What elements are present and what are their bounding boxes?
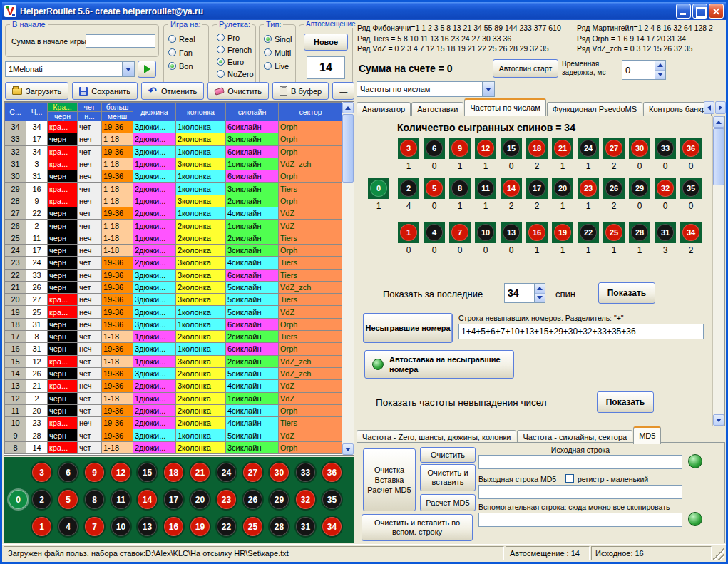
main-tab-1[interactable]: Анализатор bbox=[357, 102, 411, 116]
history-row[interactable]: 1512кра...чет1-181дюжи...3колонка2сиклай… bbox=[5, 355, 343, 367]
board-number-21[interactable]: 21 bbox=[190, 463, 210, 482]
scroll-down-icon[interactable] bbox=[713, 414, 724, 426]
history-scroll-thumb[interactable] bbox=[342, 114, 354, 183]
md5-source-action-button[interactable] bbox=[688, 454, 702, 468]
freq-number-5[interactable]: 5 bbox=[426, 180, 443, 197]
tab-scroll-left-icon[interactable] bbox=[704, 101, 714, 114]
history-row[interactable]: 1831черннеч19-363дюжи...1колонка6сиклайн… bbox=[5, 318, 343, 330]
resize-grip[interactable] bbox=[713, 546, 724, 560]
title-bar[interactable]: HelperRoullet 5.6- create helperroullet@… bbox=[2, 2, 726, 20]
freq-number-35[interactable]: 35 bbox=[682, 180, 699, 197]
scroll-up-icon[interactable] bbox=[713, 116, 724, 128]
board-number-0[interactable]: 0 bbox=[9, 490, 28, 509]
history-scrollbar[interactable] bbox=[342, 102, 354, 455]
freq-number-16[interactable]: 16 bbox=[528, 224, 545, 241]
board-number-34[interactable]: 34 bbox=[322, 517, 342, 536]
board-number-29[interactable]: 29 bbox=[270, 490, 289, 509]
toolbar-button-5[interactable]: В буфер bbox=[272, 82, 329, 100]
history-row[interactable]: 928чернчет19-363дюжи...1колонка5сиклайнV… bbox=[5, 429, 343, 441]
freq-number-14[interactable]: 14 bbox=[503, 180, 520, 197]
spinner-up-icon[interactable] bbox=[535, 284, 545, 294]
board-number-11[interactable]: 11 bbox=[111, 490, 130, 509]
board-number-6[interactable]: 6 bbox=[58, 463, 78, 482]
board-number-20[interactable]: 20 bbox=[190, 490, 210, 509]
board-number-17[interactable]: 17 bbox=[164, 490, 183, 509]
history-row[interactable]: 262чернчет1-181дюжи...2колонка1сиклайнVd… bbox=[5, 220, 343, 232]
play-button[interactable] bbox=[138, 61, 156, 78]
freq-number-22[interactable]: 22 bbox=[580, 224, 597, 241]
history-row[interactable]: 1426чернчет19-363дюжи...2колонка5сиклайн… bbox=[5, 367, 343, 379]
board-number-23[interactable]: 23 bbox=[217, 490, 236, 509]
combo-dropdown-icon[interactable] bbox=[482, 82, 494, 96]
unplayed-numbers-button[interactable]: Несыгравшие номера bbox=[363, 313, 453, 343]
toolbar-button-4[interactable]: Очистить bbox=[207, 82, 269, 100]
freq-number-32[interactable]: 32 bbox=[657, 180, 674, 197]
history-row[interactable]: 2722чернчет19-362дюжи...1колонка4сиклайн… bbox=[5, 207, 343, 220]
history-row[interactable]: 2126чернчет19-363дюжи...2колонка5сиклайн… bbox=[5, 281, 343, 293]
board-number-28[interactable]: 28 bbox=[270, 517, 289, 536]
history-row[interactable]: 1631черннеч19-363дюжи...1колонка6сиклайн… bbox=[5, 343, 343, 355]
md5-source-input[interactable] bbox=[478, 455, 682, 469]
main-tab-3[interactable]: Частоты по числам bbox=[464, 98, 545, 116]
history-row[interactable]: 3234кра...чет19-363дюжи...1колонка6сикла… bbox=[5, 145, 343, 158]
history-row[interactable]: 3317черннеч1-182дюжи...2колонка3сиклайнO… bbox=[5, 133, 343, 145]
freq-number-29[interactable]: 29 bbox=[631, 180, 648, 197]
radio-real[interactable]: Real bbox=[168, 34, 207, 44]
board-number-9[interactable]: 9 bbox=[85, 463, 104, 482]
autobet-unplayed-button[interactable]: Автоставка на несыгравшие номера bbox=[364, 350, 514, 379]
freq-number-2[interactable]: 2 bbox=[400, 180, 417, 197]
freq-number-19[interactable]: 19 bbox=[554, 224, 571, 241]
miss-frequency-show-button[interactable]: Показать bbox=[597, 391, 654, 413]
history-row[interactable]: 1120чернчет19-362дюжи...2колонка4сиклайн… bbox=[5, 404, 343, 416]
board-number-16[interactable]: 16 bbox=[164, 517, 183, 536]
main-tab-5[interactable]: Контроль банкр bbox=[643, 102, 712, 116]
start-sum-input[interactable] bbox=[86, 34, 155, 48]
history-row[interactable]: 1023кра...неч19-362дюжи...2колонка4сикла… bbox=[5, 417, 343, 429]
board-number-7[interactable]: 7 bbox=[85, 517, 104, 536]
board-number-26[interactable]: 26 bbox=[243, 490, 262, 509]
freq-number-10[interactable]: 10 bbox=[477, 224, 494, 241]
board-number-35[interactable]: 35 bbox=[322, 490, 342, 509]
freq-number-34[interactable]: 34 bbox=[682, 224, 699, 241]
freq-number-4[interactable]: 4 bbox=[426, 224, 443, 241]
autospin-start-button[interactable]: Автоспин старт bbox=[493, 59, 558, 78]
freq-number-7[interactable]: 7 bbox=[451, 224, 468, 241]
board-number-10[interactable]: 10 bbox=[111, 517, 130, 536]
history-row[interactable]: 2324чернчет19-362дюжи...3колонка4сиклайн… bbox=[5, 257, 343, 269]
freq-number-8[interactable]: 8 bbox=[451, 180, 468, 197]
history-row[interactable]: 2027кра...неч19-363дюжи...3колонка5сикла… bbox=[5, 294, 343, 306]
mode-combobox[interactable]: Частоты по числам bbox=[357, 81, 495, 97]
freq-number-1[interactable]: 1 bbox=[400, 224, 417, 241]
board-number-30[interactable]: 30 bbox=[270, 463, 289, 482]
lowercase-checkbox[interactable] bbox=[565, 474, 574, 483]
freq-number-0[interactable]: 0 bbox=[370, 180, 387, 197]
freq-number-20[interactable]: 20 bbox=[554, 180, 571, 197]
board-number-2[interactable]: 2 bbox=[32, 490, 51, 509]
history-row[interactable]: 178чернчет1-181дюжи...2колонка2сиклайнTi… bbox=[5, 331, 343, 343]
spinner-up-icon[interactable] bbox=[655, 61, 665, 71]
freq-number-27[interactable]: 27 bbox=[605, 140, 622, 157]
freq-number-31[interactable]: 31 bbox=[657, 224, 674, 241]
board-number-4[interactable]: 4 bbox=[58, 517, 78, 536]
board-number-1[interactable]: 1 bbox=[32, 517, 51, 536]
scroll-up-icon[interactable] bbox=[342, 102, 354, 113]
freq-number-11[interactable]: 11 bbox=[477, 180, 494, 197]
md5-aux-clear-paste-button[interactable]: Очистить и вставить во вспом. строку bbox=[362, 514, 473, 541]
freq-number-9[interactable]: 9 bbox=[451, 140, 468, 157]
md5-clear-paste-button[interactable]: Очистить и вставить bbox=[420, 464, 476, 491]
radio-french[interactable]: French bbox=[217, 44, 255, 55]
history-row[interactable]: 2916кра...чет1-182дюжи...1колонка3сиклай… bbox=[5, 183, 343, 195]
toolbar-button-2[interactable]: Сохранить bbox=[72, 82, 138, 100]
main-tab-2[interactable]: Автоставки bbox=[411, 102, 463, 116]
radio-multi[interactable]: Multi bbox=[264, 47, 294, 58]
freq-number-15[interactable]: 15 bbox=[503, 140, 520, 157]
board-number-14[interactable]: 14 bbox=[138, 490, 157, 509]
board-number-12[interactable]: 12 bbox=[111, 463, 130, 482]
minimize-button[interactable] bbox=[676, 4, 691, 19]
panel-scroll-thumb[interactable] bbox=[713, 128, 724, 185]
board-number-31[interactable]: 31 bbox=[296, 517, 315, 536]
freq-number-28[interactable]: 28 bbox=[631, 224, 648, 241]
last-spins-spinner[interactable]: 34 bbox=[504, 283, 545, 303]
preset-combobox[interactable]: 1Melonati bbox=[5, 61, 135, 77]
main-tab-4[interactable]: Функционал PsevdoMS bbox=[547, 102, 642, 116]
